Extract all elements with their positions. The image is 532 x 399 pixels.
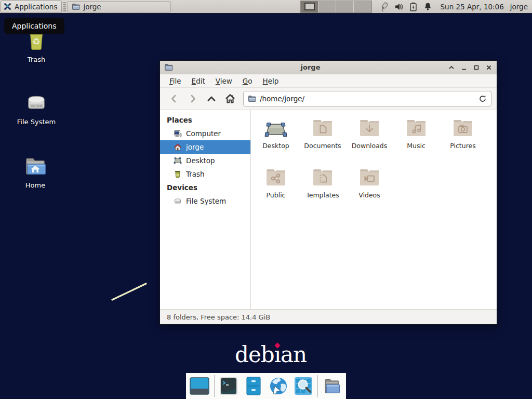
folder-label: Templates <box>306 191 339 199</box>
workspace-2[interactable] <box>318 1 336 12</box>
folder-window-icon <box>72 3 80 11</box>
folder-item-desktop[interactable]: Desktop <box>252 114 299 164</box>
session-username[interactable]: jorge <box>510 3 528 11</box>
desktop-icon-file-system[interactable]: File System <box>11 88 61 126</box>
folder-view: Desktop Documents <box>251 110 497 309</box>
clock[interactable]: Sun 25 Apr, 10:06 <box>441 3 504 11</box>
folder-label: Music <box>407 142 425 150</box>
folder-label: Public <box>267 191 286 199</box>
stray-line <box>109 281 151 302</box>
close-button[interactable] <box>485 64 493 71</box>
minimize-button[interactable] <box>460 64 468 71</box>
workspace-switcher[interactable] <box>300 1 372 13</box>
maximize-button[interactable] <box>473 64 480 71</box>
shade-button[interactable] <box>448 64 455 71</box>
location-bar[interactable]: /home/jorge/ <box>243 91 491 107</box>
desktop-icon-home[interactable]: Home <box>10 152 60 189</box>
menu-help[interactable]: Help <box>259 75 283 87</box>
toolbar: /home/jorge/ <box>160 88 497 110</box>
folder-item-templates[interactable]: Templates <box>299 164 346 213</box>
desktop-icon-label: Home <box>25 181 45 189</box>
applications-menu-label: Applications <box>15 3 57 11</box>
open-folder-icon <box>322 376 343 396</box>
computer-icon <box>174 129 182 138</box>
menu-view[interactable]: View <box>211 75 236 87</box>
location-folder-icon <box>248 95 256 103</box>
show-desktop-button[interactable] <box>189 376 210 397</box>
panel-drag-handle[interactable] <box>63 2 66 11</box>
file-cabinet-icon <box>243 376 264 396</box>
folder-item-music[interactable]: Music <box>393 114 440 164</box>
network-cable-icon[interactable] <box>379 2 390 12</box>
up-button[interactable] <box>203 90 220 107</box>
app-finder-button[interactable] <box>292 376 314 397</box>
reload-button[interactable] <box>478 95 487 103</box>
show-desktop-icon <box>189 376 210 396</box>
folder-item-pictures[interactable]: Pictures <box>440 114 486 164</box>
downloads-folder-icon <box>357 115 382 140</box>
app-finder-icon <box>293 376 314 396</box>
folder-item-videos[interactable]: Videos <box>346 164 393 213</box>
back-button[interactable] <box>165 90 183 107</box>
folder-item-public[interactable]: Public <box>252 164 299 213</box>
applications-tooltip: Applications <box>4 18 64 34</box>
sidebar-item-computer[interactable]: Computer <box>160 127 250 140</box>
system-tray <box>379 2 433 12</box>
workspace-1[interactable] <box>301 1 318 12</box>
web-browser-button[interactable] <box>268 376 289 397</box>
home-folder-icon <box>22 152 49 179</box>
taskbar-item-label: jorge <box>83 3 101 11</box>
hard-drive-icon <box>23 88 50 115</box>
home-button[interactable] <box>221 90 239 107</box>
desktop-icon-label: Trash <box>28 56 45 63</box>
documents-folder-icon <box>310 115 335 140</box>
folder-item-documents[interactable]: Documents <box>299 114 346 164</box>
pictures-folder-icon <box>450 115 475 140</box>
svg-text:♻: ♻ <box>32 36 41 47</box>
sidebar-item-trash[interactable]: ♻ Trash <box>160 167 250 181</box>
file-manager-window: jorge File Edit View Go Help <box>159 60 497 325</box>
location-path[interactable]: /home/jorge/ <box>260 95 475 103</box>
bottom-dock <box>186 373 346 399</box>
svg-text:♻: ♻ <box>176 173 179 177</box>
sidebar-header-devices: Devices <box>160 181 250 194</box>
debian-logo-text-2: an <box>281 342 307 367</box>
debian-logo: debıan <box>235 342 307 367</box>
window-folder-icon <box>164 63 173 72</box>
menu-file[interactable]: File <box>165 75 185 87</box>
forward-button[interactable] <box>184 90 202 107</box>
terminal-button[interactable] <box>218 376 240 397</box>
menubar: File Edit View Go Help <box>160 74 497 88</box>
templates-folder-icon <box>310 165 335 190</box>
folder-label: Desktop <box>262 142 289 150</box>
notifications-bell-icon[interactable] <box>423 2 433 12</box>
xfce-logo-icon <box>3 2 12 11</box>
applications-menu-button[interactable]: Applications <box>1 1 62 13</box>
debian-logo-i: ı <box>274 342 281 367</box>
open-folder-window-button[interactable] <box>322 376 343 397</box>
sidebar-item-desktop[interactable]: Desktop <box>160 154 250 167</box>
sidebar: Places Computer <box>160 110 251 309</box>
workspace-4[interactable] <box>354 1 371 12</box>
folder-item-downloads[interactable]: Downloads <box>346 114 393 164</box>
music-folder-icon <box>404 115 429 140</box>
sidebar-item-label: Computer <box>186 129 221 138</box>
sidebar-item-file-system[interactable]: File System <box>160 194 250 208</box>
file-manager-button[interactable] <box>243 376 264 397</box>
menu-go[interactable]: Go <box>238 75 257 87</box>
battery-charging-icon[interactable] <box>408 2 419 12</box>
taskbar-item-jorge[interactable]: jorge <box>67 1 171 12</box>
globe-browser-icon <box>268 376 289 396</box>
terminal-icon <box>218 376 239 396</box>
sidebar-item-jorge[interactable]: jorge <box>160 140 250 154</box>
volume-icon[interactable] <box>394 2 404 12</box>
dock-separator <box>317 375 318 397</box>
menu-edit[interactable]: Edit <box>188 75 209 87</box>
window-titlebar[interactable]: jorge <box>160 61 497 74</box>
workspace-3[interactable] <box>336 1 354 12</box>
folder-label: Documents <box>304 142 341 150</box>
debian-logo-dot <box>274 342 280 348</box>
public-folder-icon <box>263 165 288 190</box>
top-panel: Applications jorge <box>0 0 532 14</box>
folder-label: Pictures <box>450 142 476 150</box>
